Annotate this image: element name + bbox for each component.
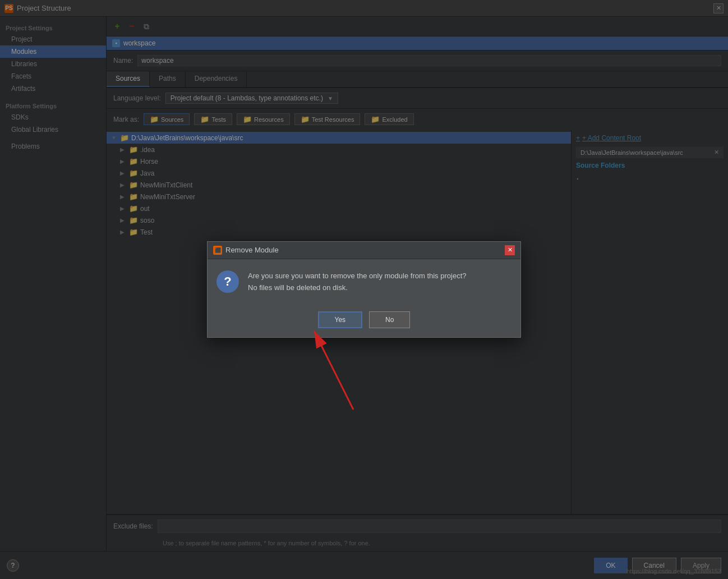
modal-overlay: ⬛ Remove Module ✕ ? Are you sure you wan… (0, 0, 728, 579)
modal-title-bar: ⬛ Remove Module ✕ (208, 242, 520, 259)
modal-message-line2: No files will be deleted on disk. (248, 282, 466, 294)
modal-body: ? Are you sure you want to remove the on… (208, 259, 520, 305)
remove-module-dialog: ⬛ Remove Module ✕ ? Are you sure you wan… (207, 241, 521, 338)
question-icon: ? (216, 270, 239, 293)
modal-title: Remove Module (225, 246, 279, 254)
modal-message: Are you sure you want to remove the only… (248, 270, 466, 294)
modal-icon: ⬛ (213, 246, 222, 255)
modal-message-line1: Are you sure you want to remove the only… (248, 270, 466, 282)
no-button[interactable]: No (369, 311, 410, 328)
modal-buttons: Yes No (208, 305, 520, 337)
yes-button[interactable]: Yes (318, 311, 363, 328)
modal-close-button[interactable]: ✕ (505, 245, 515, 255)
